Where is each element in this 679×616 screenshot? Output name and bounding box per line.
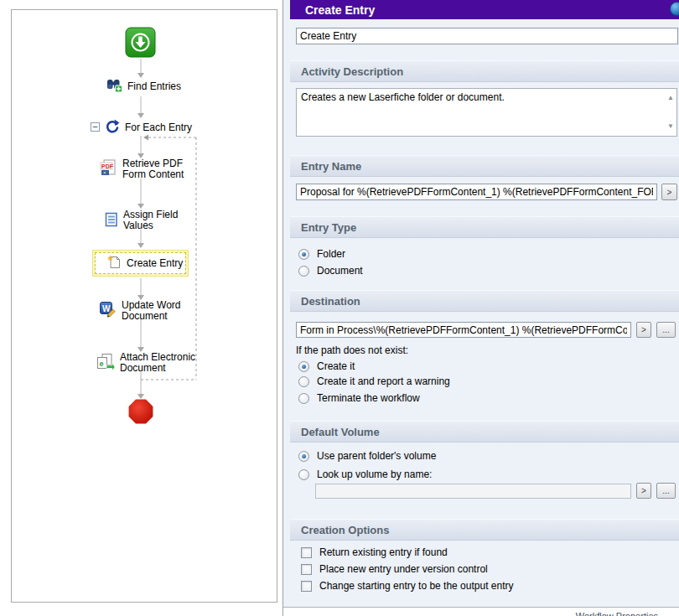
node-update-word-document[interactable]: W Update Word Document <box>100 300 180 322</box>
radio-parent-volume[interactable] <box>298 451 309 462</box>
path-option-create-warning[interactable]: Create it and report a warning <box>298 375 450 387</box>
help-icon[interactable] <box>670 2 679 16</box>
workflow-designer: Find Entries − For Each Entry PDF × <box>0 0 679 616</box>
volume-name-input[interactable] <box>315 484 631 499</box>
node-for-each-entry[interactable]: For Each Entry <box>105 119 192 137</box>
radio-label: Look up volume by name: <box>317 468 432 480</box>
radio-label: Document <box>317 265 363 277</box>
workflow-canvas[interactable]: Find Entries − For Each Entry PDF × <box>11 9 277 603</box>
radio-label: Terminate the workflow <box>317 392 420 404</box>
checkbox-label: Return existing entry if found <box>319 546 448 558</box>
radio-folder[interactable] <box>298 249 309 260</box>
start-node[interactable] <box>125 27 156 60</box>
section-title: Default Volume <box>301 426 380 438</box>
collapse-expander-icon[interactable]: − <box>91 122 100 132</box>
node-assign-field-values[interactable]: Assign Field Values <box>105 210 178 231</box>
activity-description-box[interactable]: Creates a new Laserfiche folder or docum… <box>296 88 677 137</box>
checkbox-change-starting-entry[interactable] <box>301 581 312 592</box>
radio-terminate[interactable] <box>298 393 309 404</box>
checkbox-label: Change starting entry to be the output e… <box>319 580 513 592</box>
section-default-volume: Default Volume <box>290 421 679 443</box>
field-list-icon <box>105 212 118 230</box>
volume-browse-button[interactable]: ... <box>656 483 676 499</box>
activity-description-text: Creates a new Laserfiche folder or docum… <box>301 91 505 103</box>
svg-text:PDF: PDF <box>101 163 114 169</box>
footer-strip: Workflow Properties <box>283 607 679 616</box>
path-option-create-it[interactable]: Create it <box>298 360 355 372</box>
section-entry-type: Entry Type <box>290 216 679 238</box>
svg-text:×: × <box>103 170 106 175</box>
radio-label: Folder <box>317 248 345 260</box>
radio-label: Create it and report a warning <box>317 375 450 387</box>
word-pencil-icon: W <box>100 302 117 320</box>
entry-name-token-button[interactable]: > <box>661 184 677 200</box>
section-title: Entry Type <box>301 221 356 234</box>
section-destination: Destination <box>290 290 679 312</box>
binoculars-icon <box>106 78 122 95</box>
destination-browse-button[interactable]: ... <box>656 322 676 338</box>
radio-document[interactable] <box>298 266 309 277</box>
svg-text:e: e <box>100 359 104 367</box>
electronic-document-icon: e <box>96 354 115 373</box>
node-label: Retrieve PDF Form Content <box>122 158 184 180</box>
properties-title: Create Entry <box>305 3 375 17</box>
checkbox-label: Place new entry under version control <box>319 563 488 575</box>
section-activity-description: Activity Description <box>290 60 679 82</box>
scroll-down-icon[interactable]: ▼ <box>667 121 674 132</box>
volume-token-button[interactable]: > <box>636 483 651 499</box>
pdf-icon: PDF × <box>100 159 117 179</box>
option-version-control[interactable]: Place new entry under version control <box>301 563 488 575</box>
radio-create-it[interactable] <box>298 361 309 372</box>
activity-name-input[interactable] <box>296 28 678 44</box>
section-creation-options: Creation Options <box>290 519 679 541</box>
node-label: Attach Electronic Document <box>120 352 195 374</box>
path-option-terminate[interactable]: Terminate the workflow <box>298 392 420 404</box>
node-create-entry[interactable]: Create Entry <box>95 252 186 274</box>
node-label: Create Entry <box>127 258 183 269</box>
new-document-icon <box>107 255 122 272</box>
section-title: Activity Description <box>301 65 403 78</box>
properties-title-bar: Create Entry <box>290 0 679 19</box>
destination-token-button[interactable]: > <box>636 322 651 338</box>
section-title: Destination <box>301 295 360 308</box>
option-change-starting-entry[interactable]: Change starting entry to be the output e… <box>301 580 513 592</box>
node-label: Update Word Document <box>122 300 180 322</box>
radio-lookup-volume[interactable] <box>298 469 309 480</box>
path-not-exist-label: If the path does not exist: <box>296 344 408 356</box>
workflow-properties-link[interactable]: Workflow Properties <box>576 611 658 616</box>
radio-create-warning[interactable] <box>298 376 309 387</box>
section-title: Creation Options <box>301 524 389 536</box>
section-entry-name: Entry Name <box>290 155 679 177</box>
checkbox-return-existing[interactable] <box>301 547 312 558</box>
entry-type-option-document[interactable]: Document <box>298 265 363 277</box>
node-find-entries[interactable]: Find Entries <box>106 78 181 95</box>
destination-path-input[interactable] <box>296 322 631 338</box>
entry-type-option-folder[interactable]: Folder <box>298 248 345 260</box>
volume-option-parent[interactable]: Use parent folder's volume <box>298 450 436 462</box>
properties-pane: Create Entry Activity Description Create… <box>282 0 679 616</box>
radio-label: Create it <box>317 360 355 372</box>
loop-icon <box>105 119 120 137</box>
svg-text:W: W <box>102 304 111 313</box>
section-title: Entry Name <box>301 160 361 173</box>
option-return-existing[interactable]: Return existing entry if found <box>301 546 448 558</box>
entry-name-input[interactable] <box>296 184 657 200</box>
radio-label: Use parent folder's volume <box>317 450 436 462</box>
node-label: Assign Field Values <box>123 210 178 231</box>
node-retrieve-pdf-form-content[interactable]: PDF × Retrieve PDF Form Content <box>100 158 184 180</box>
node-create-entry-selection: Create Entry <box>92 250 189 277</box>
scroll-up-icon[interactable]: ▲ <box>667 92 674 104</box>
node-attach-electronic-document[interactable]: e Attach Electronic Document <box>96 352 195 374</box>
node-label: Find Entries <box>127 81 181 92</box>
volume-option-lookup[interactable]: Look up volume by name: <box>298 468 432 480</box>
start-icon <box>125 27 156 60</box>
node-label: For Each Entry <box>125 122 192 133</box>
checkbox-version-control[interactable] <box>301 564 312 575</box>
